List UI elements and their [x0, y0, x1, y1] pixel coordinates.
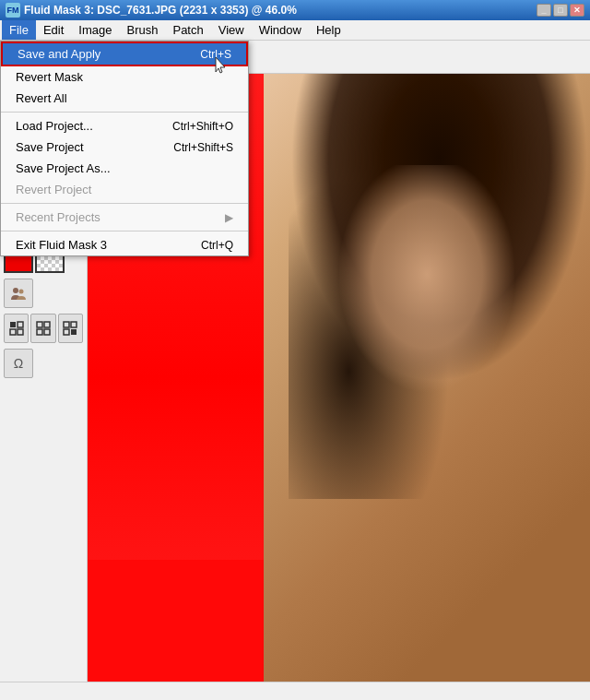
app-icon: FM: [6, 3, 20, 18]
tool-row-5: [4, 279, 83, 308]
separator-2: [1, 203, 248, 204]
svg-rect-18: [18, 329, 23, 335]
menu-patch[interactable]: Patch: [165, 20, 210, 40]
menu-revert-project: Revert Project: [1, 179, 248, 200]
svg-rect-26: [71, 329, 77, 335]
menu-bar: File Edit Image Brush Patch View Window …: [0, 20, 590, 41]
menu-save-project[interactable]: Save Project Ctrl+Shift+S: [1, 136, 248, 158]
window-title: Fluid Mask 3: DSC_7631.JPG (2231 x 3353)…: [24, 4, 297, 17]
svg-rect-24: [71, 322, 77, 327]
status-bar: [0, 682, 590, 700]
svg-rect-25: [64, 329, 69, 335]
tool-persons[interactable]: [4, 279, 33, 308]
svg-rect-22: [44, 329, 50, 335]
save-apply-label: Save and Apply: [18, 47, 100, 61]
save-project-label: Save Project: [16, 140, 84, 154]
svg-rect-15: [10, 322, 16, 327]
recent-projects-arrow: ▶: [225, 211, 233, 224]
menu-view[interactable]: View: [211, 20, 252, 40]
window-controls: _ □ ✕: [537, 4, 584, 17]
svg-rect-21: [37, 329, 42, 335]
menu-revert-mask[interactable]: Revert Mask: [1, 66, 248, 88]
recent-projects-label: Recent Projects: [16, 210, 100, 224]
menu-file[interactable]: File: [2, 20, 36, 40]
menu-save-apply[interactable]: Save and Apply Ctrl+S: [1, 42, 248, 66]
tool-row-6: [4, 314, 83, 343]
revert-mask-label: Revert Mask: [16, 70, 83, 84]
svg-rect-19: [37, 322, 42, 327]
save-project-shortcut: Ctrl+Shift+S: [173, 141, 233, 154]
menu-brush[interactable]: Brush: [120, 20, 166, 40]
load-project-label: Load Project...: [16, 119, 93, 133]
menu-save-project-as[interactable]: Save Project As...: [1, 158, 248, 179]
load-project-shortcut: Ctrl+Shift+O: [172, 120, 233, 133]
tool-section-omega: Ω: [4, 347, 83, 380]
menu-load-project[interactable]: Load Project... Ctrl+Shift+O: [1, 115, 248, 136]
title-bar: FM Fluid Mask 3: DSC_7631.JPG (2231 x 33…: [0, 0, 590, 20]
tool-mode2[interactable]: [30, 314, 55, 343]
tool-row-7: Ω: [4, 349, 83, 378]
revert-project-label: Revert Project: [16, 183, 91, 196]
tool-mode1[interactable]: [4, 314, 29, 343]
save-project-as-label: Save Project As...: [16, 161, 111, 175]
menu-edit[interactable]: Edit: [36, 20, 71, 40]
menu-help[interactable]: Help: [309, 20, 348, 40]
tool-section-mode: [4, 312, 83, 345]
exit-shortcut: Ctrl+Q: [201, 239, 233, 252]
menu-exit[interactable]: Exit Fluid Mask 3 Ctrl+Q: [1, 234, 248, 255]
separator-1: [1, 112, 248, 113]
menu-image[interactable]: Image: [71, 20, 119, 40]
minimize-button[interactable]: _: [537, 4, 551, 17]
tool-omega[interactable]: Ω: [4, 349, 33, 378]
maximize-button[interactable]: □: [553, 4, 568, 17]
bg-face: [339, 165, 515, 439]
svg-point-14: [19, 290, 24, 294]
bg-red-bottom: [88, 560, 264, 682]
svg-rect-16: [18, 322, 23, 327]
menu-revert-all[interactable]: Revert All: [1, 88, 248, 109]
separator-3: [1, 231, 248, 231]
tool-section-extra: [4, 277, 83, 310]
menu-window[interactable]: Window: [252, 20, 309, 40]
svg-rect-23: [64, 322, 69, 327]
revert-all-label: Revert All: [16, 91, 67, 105]
svg-rect-20: [44, 322, 50, 327]
tool-mode3[interactable]: [58, 314, 83, 343]
svg-point-13: [13, 288, 18, 293]
save-apply-shortcut: Ctrl+S: [200, 48, 231, 61]
file-dropdown: Save and Apply Ctrl+S Revert Mask Revert…: [0, 41, 249, 256]
exit-label: Exit Fluid Mask 3: [16, 238, 107, 252]
svg-rect-17: [10, 329, 16, 335]
menu-recent-projects[interactable]: Recent Projects ▶: [1, 207, 248, 228]
close-button[interactable]: ✕: [570, 4, 584, 17]
